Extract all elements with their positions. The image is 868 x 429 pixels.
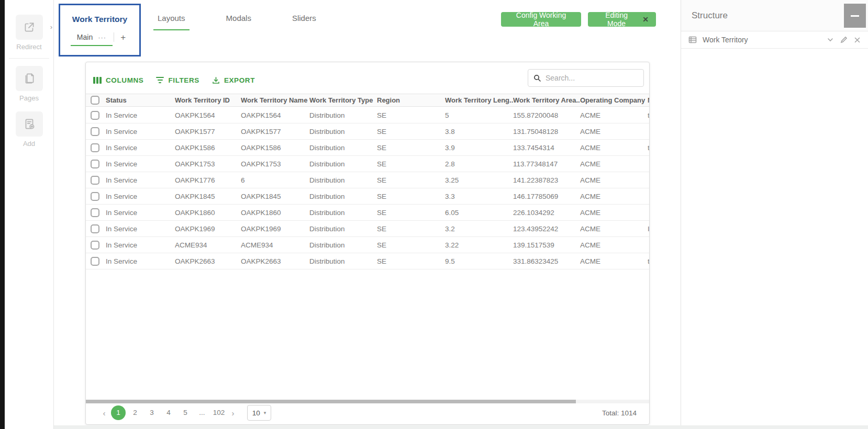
table-cell: 9.5: [445, 257, 513, 265]
table-cell: OAKPK1577: [241, 128, 309, 136]
edit-pencil-icon[interactable]: [840, 36, 848, 43]
table-cell: In Service: [106, 241, 175, 249]
subtab-divider: [114, 32, 114, 42]
table-cell: 3.25: [445, 176, 513, 184]
row-checkbox[interactable]: [91, 143, 99, 152]
structure-item-work-territory[interactable]: Work Territory: [681, 31, 868, 49]
table-cell: ACME: [580, 128, 648, 136]
page-button-2[interactable]: 2: [128, 405, 142, 420]
collapse-panel-button[interactable]: [844, 4, 866, 28]
page-button-102[interactable]: 102: [212, 405, 226, 420]
table-cell: SE: [377, 144, 445, 152]
left-edge-strip: [0, 0, 5, 429]
page-button-3[interactable]: 3: [144, 405, 159, 420]
config-working-area-label: Config Working Area: [508, 11, 574, 28]
sidebar-item-label: Redirect: [5, 43, 53, 51]
table-cell-clipped: t: [648, 257, 650, 265]
page-button-5[interactable]: 5: [178, 405, 193, 420]
filters-button[interactable]: FILTERS: [156, 76, 199, 84]
column-header[interactable]: Status: [106, 96, 175, 104]
page-size-value: 10: [252, 409, 260, 417]
top-tabs: LayoutsModalsSliders: [153, 14, 320, 30]
column-header[interactable]: Work Territory Name: [241, 96, 309, 104]
row-checkbox-cell: [86, 143, 106, 152]
sidebar-item-redirect[interactable]: Redirect: [5, 15, 53, 51]
search-input[interactable]: [546, 74, 635, 82]
table-cell: OAKPK1586: [241, 144, 309, 152]
sidebar-item-add[interactable]: Add: [5, 111, 53, 148]
table-row[interactable]: In ServiceOAKPK17766DistributionSE3.2514…: [86, 172, 650, 188]
search-box[interactable]: [528, 69, 644, 87]
column-header[interactable]: Work Territory Leng...: [445, 96, 513, 104]
scrollbar-thumb[interactable]: [86, 400, 576, 403]
row-checkbox[interactable]: [91, 224, 99, 233]
page-button-4[interactable]: 4: [161, 405, 176, 420]
row-checkbox[interactable]: [91, 176, 99, 185]
column-header[interactable]: Work Territory Area...: [513, 96, 580, 104]
page-size-select[interactable]: 10 ▾: [247, 405, 271, 421]
work-territory-table-card: COLUMNS FILTERS EXPORT StatusWork Territ…: [85, 62, 650, 425]
table-cell: OAKPK1564: [175, 111, 241, 119]
table-row[interactable]: In ServiceACME934ACME934DistributionSE3.…: [86, 237, 650, 253]
add-page-icon: [16, 111, 43, 137]
table-row[interactable]: In ServiceOAKPK1577OAKPK1577Distribution…: [86, 123, 650, 140]
table-row[interactable]: In ServiceOAKPK2663OAKPK2663Distribution…: [86, 253, 650, 269]
table-cell: 2.8: [445, 160, 513, 168]
page-button-1[interactable]: 1: [111, 405, 126, 420]
more-options-icon[interactable]: ···: [98, 33, 106, 41]
table-cell: ACME: [580, 193, 648, 200]
row-checkbox[interactable]: [91, 241, 99, 250]
column-header[interactable]: Operating Company: [580, 96, 648, 104]
table-cell: OAKPK1969: [175, 225, 241, 233]
add-subtab-button[interactable]: +: [117, 32, 129, 46]
horizontal-scrollbar[interactable]: [86, 400, 649, 403]
select-all-checkbox[interactable]: [91, 96, 99, 105]
table-cell: 123.43952242: [513, 225, 580, 233]
table-row[interactable]: In ServiceOAKPK1845OAKPK1845Distribution…: [86, 188, 650, 205]
table-cell-clipped: I: [648, 225, 650, 233]
delete-x-icon[interactable]: [854, 37, 861, 43]
row-checkbox-cell: [86, 176, 106, 185]
subtab-main[interactable]: Main ···: [71, 33, 113, 46]
row-checkbox-cell: [86, 160, 106, 168]
row-checkbox[interactable]: [91, 192, 99, 201]
table-cell: 5: [445, 111, 513, 119]
row-checkbox[interactable]: [91, 111, 99, 120]
tab-sliders[interactable]: Sliders: [288, 14, 320, 30]
row-checkbox[interactable]: [91, 257, 99, 266]
previous-page-chevron-icon[interactable]: ‹: [98, 409, 110, 417]
table-row[interactable]: In ServiceOAKPK1564OAKPK1564Distribution…: [86, 107, 650, 123]
subtab-main-label: Main: [77, 33, 93, 41]
row-checkbox-cell: [86, 127, 106, 136]
chevron-down-icon[interactable]: [827, 36, 834, 43]
row-checkbox[interactable]: [91, 160, 99, 168]
table-row[interactable]: In ServiceOAKPK1860OAKPK1860Distribution…: [86, 205, 650, 221]
pagination-bar: ‹ 12345...102 › 10 ▾ Total: 1014: [86, 403, 649, 424]
column-header[interactable]: Work Territory ID: [175, 96, 241, 104]
sidebar-item-pages[interactable]: Pages: [5, 66, 53, 102]
config-working-area-button[interactable]: Config Working Area: [501, 12, 581, 27]
tab-layouts[interactable]: Layouts: [153, 14, 190, 30]
editing-mode-button[interactable]: Editing Mode ✕: [588, 12, 656, 27]
table-row[interactable]: In ServiceOAKPK1969OAKPK1969Distribution…: [86, 221, 650, 237]
row-checkbox[interactable]: [91, 208, 99, 217]
tab-modals[interactable]: Modals: [222, 14, 255, 30]
table-cell: ACME: [580, 225, 648, 233]
column-header[interactable]: Region: [377, 96, 445, 104]
structure-panel: Structure Work Territory: [681, 0, 868, 429]
row-checkbox-cell: [86, 192, 106, 201]
tab-work-territory[interactable]: Work Territory: [60, 15, 139, 24]
export-button-label: EXPORT: [224, 76, 255, 84]
table-cell: Distribution: [309, 257, 377, 265]
next-page-chevron-icon[interactable]: ›: [227, 409, 239, 417]
table-cell: Distribution: [309, 225, 377, 233]
export-button[interactable]: EXPORT: [212, 76, 255, 84]
table-row[interactable]: In ServiceOAKPK1586OAKPK1586Distribution…: [86, 140, 650, 156]
columns-button[interactable]: COLUMNS: [93, 76, 143, 84]
row-checkbox[interactable]: [91, 127, 99, 136]
close-icon[interactable]: ✕: [642, 15, 649, 24]
table-row[interactable]: In ServiceOAKPK1753OAKPK1753Distribution…: [86, 156, 650, 172]
structure-panel-title: Structure: [692, 10, 728, 21]
column-header[interactable]: Work Territory Type: [309, 96, 377, 104]
sidebar-expand-chevron-icon[interactable]: ›: [50, 23, 52, 31]
